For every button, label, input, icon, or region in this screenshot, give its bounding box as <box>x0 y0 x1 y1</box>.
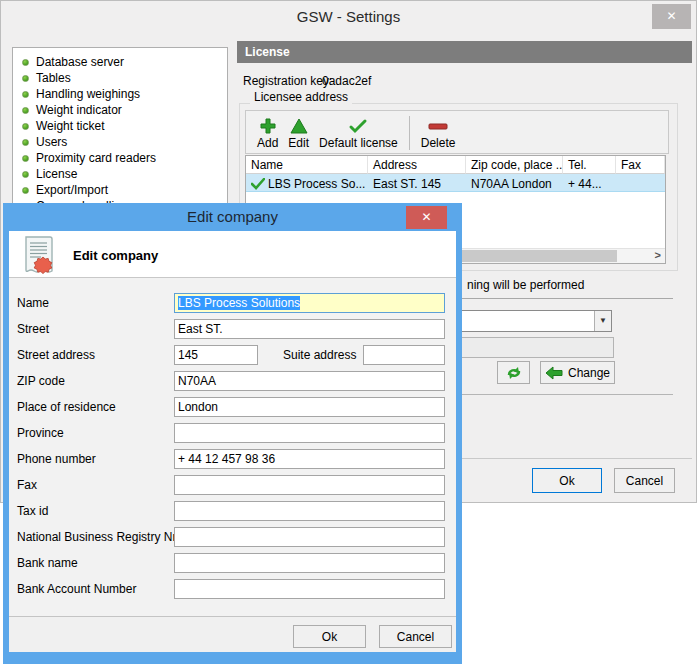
dialog-header-title: Edit company <box>73 248 158 263</box>
sidebar-item-label: Proximity card readers <box>36 151 156 165</box>
change-button[interactable]: Change <box>540 361 615 384</box>
column-header[interactable]: Name <box>246 156 368 174</box>
zip-code-field[interactable] <box>174 371 445 391</box>
weighing-performed-text: ning will be performed <box>467 278 584 292</box>
combobox-dropdown-button[interactable]: ▼ <box>594 311 611 331</box>
delete-label: Delete <box>421 136 456 150</box>
refresh-icon <box>505 365 523 381</box>
dialog-content: Edit company NameLBS Process SolutionsSt… <box>9 231 456 652</box>
change-label: Change <box>568 366 610 380</box>
field-label: Name <box>17 296 49 310</box>
add-button[interactable]: Add <box>252 116 283 151</box>
province-field[interactable] <box>174 423 445 443</box>
sidebar-item-handling-weighings[interactable]: Handling weighings <box>13 86 227 102</box>
check-icon <box>348 117 368 135</box>
field-label: Street <box>17 322 49 336</box>
bullet-icon <box>22 91 29 98</box>
bullet-icon <box>22 171 29 178</box>
table-cell: + 44... <box>563 174 616 191</box>
sidebar-item-label: Weight indicator <box>36 103 122 117</box>
sidebar-item-tables[interactable]: Tables <box>13 70 227 86</box>
settings-ok-button[interactable]: Ok <box>532 468 602 493</box>
column-header[interactable]: Tel. <box>563 156 616 174</box>
delete-button[interactable]: Delete <box>416 116 461 151</box>
bank-account-number-field[interactable] <box>174 579 445 599</box>
field-label: National Business Registry Nr <box>17 530 176 544</box>
table-cell <box>616 174 665 191</box>
chevron-down-icon: ▼ <box>599 316 607 325</box>
edit-label: Edit <box>288 136 309 150</box>
street-address-field[interactable] <box>174 345 258 365</box>
column-header[interactable]: Zip code, place ... <box>466 156 563 174</box>
name-field[interactable]: LBS Process Solutions <box>174 293 445 313</box>
toolbar-separator <box>409 116 410 150</box>
table-cell: LBS Process So... <box>246 174 368 191</box>
selected-text: LBS Process Solutions <box>178 296 300 310</box>
sidebar-item-label: Tables <box>36 71 71 85</box>
sidebar-item-label: Weight ticket <box>36 119 104 133</box>
sidebar-item-weight-indicator[interactable]: Weight indicator <box>13 102 227 118</box>
field-label: Province <box>17 426 64 440</box>
sidebar-item-proximity-card-readers[interactable]: Proximity card readers <box>13 150 227 166</box>
registration-key-label: Registration key: <box>243 74 332 88</box>
place-of-residence-field[interactable] <box>174 397 445 417</box>
window-title: GSW - Settings <box>1 8 696 25</box>
street-field[interactable] <box>174 319 445 339</box>
bullet-icon <box>22 59 29 66</box>
fax-field[interactable] <box>174 475 445 495</box>
close-icon[interactable]: ✕ <box>652 4 691 29</box>
bullet-icon <box>22 139 29 146</box>
bullet-icon <box>22 107 29 114</box>
check-icon <box>251 178 265 190</box>
table-cell: N70AA London <box>466 174 563 191</box>
sidebar-item-label: Export/Import <box>36 183 108 197</box>
tax-id-field[interactable] <box>174 501 445 521</box>
settings-cancel-button[interactable]: Cancel <box>614 468 675 493</box>
field-label: Bank Account Number <box>17 582 136 596</box>
suite-address-field[interactable] <box>363 345 445 365</box>
close-icon[interactable]: ✕ <box>406 206 447 229</box>
edit-button[interactable]: Edit <box>283 116 314 151</box>
triangle-icon <box>289 117 309 135</box>
sidebar-item-export-import[interactable]: Export/Import <box>13 182 227 198</box>
bullet-icon <box>22 187 29 194</box>
bullet-icon <box>22 155 29 162</box>
field-label: Phone number <box>17 452 96 466</box>
dialog-header: Edit company <box>9 231 456 278</box>
screen: GSW - Settings ✕ Database serverTablesHa… <box>0 0 698 665</box>
table-cell: East ST. 145 <box>368 174 466 191</box>
dialog-ok-button[interactable]: Ok <box>293 625 366 648</box>
default-license-label: Default license <box>319 136 398 150</box>
sidebar-item-license[interactable]: License <box>13 166 227 182</box>
phone-number-field[interactable] <box>174 449 445 469</box>
bullet-icon <box>22 75 29 82</box>
minus-icon <box>426 117 450 135</box>
sidebar-item-database-server[interactable]: Database server <box>13 54 227 70</box>
field-label: Suite address <box>283 348 356 362</box>
licensee-toolbar: Add Edit Default license Delete <box>245 110 669 154</box>
table-header-row: NameAddressZip code, place ...Tel.Fax <box>246 156 665 174</box>
default-license-button[interactable]: Default license <box>314 116 403 151</box>
add-label: Add <box>257 136 278 150</box>
sidebar-item-users[interactable]: Users <box>13 134 227 150</box>
field-label: Street address <box>17 348 95 362</box>
column-header[interactable]: Address <box>368 156 466 174</box>
sidebar-item-label: Handling weighings <box>36 87 140 101</box>
dialog-cancel-button[interactable]: Cancel <box>379 625 452 648</box>
field-label: ZIP code <box>17 374 65 388</box>
sidebar-item-weight-ticket[interactable]: Weight ticket <box>13 118 227 134</box>
field-label: Tax id <box>17 504 48 518</box>
column-header[interactable]: Fax <box>616 156 665 174</box>
left-arrow-icon <box>545 366 563 380</box>
table-row[interactable]: LBS Process So...East ST. 145N70AA Londo… <box>246 174 665 192</box>
national-business-registry-nr-field[interactable] <box>174 527 445 547</box>
registration-key-value: 0adac2ef <box>322 74 371 88</box>
field-label: Place of residence <box>17 400 116 414</box>
refresh-button[interactable] <box>497 361 530 384</box>
dialog-button-row: Ok Cancel <box>9 617 456 652</box>
chevron-right-icon[interactable]: > <box>655 249 661 261</box>
dialog-title: Edit company <box>3 208 462 225</box>
field-label: Bank name <box>17 556 78 570</box>
licensee-address-label: Licensee address <box>250 90 352 104</box>
bank-name-field[interactable] <box>174 553 445 573</box>
